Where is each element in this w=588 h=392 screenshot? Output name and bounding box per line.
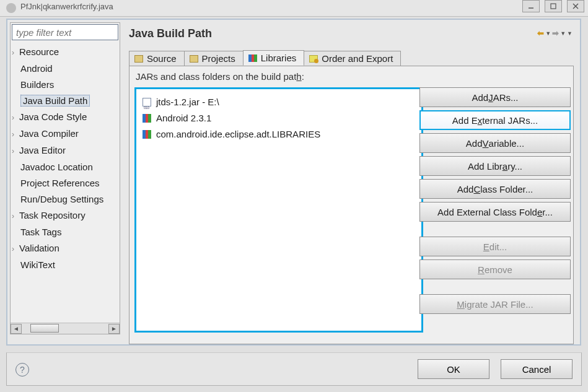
tree-item: Task Tags [12, 224, 118, 240]
tab-libraries[interactable]: Libraries [243, 50, 305, 66]
cancel-button[interactable]: Cancel [501, 359, 573, 379]
window-title: PfJnk|qkanwerkrfcrify.java [20, 2, 113, 11]
source-icon [134, 55, 143, 63]
help-icon[interactable]: ? [15, 363, 29, 377]
tab-order-export[interactable]: Order and Export [304, 51, 401, 66]
tree-item: Project References [12, 175, 118, 191]
tree-item: Run/Debug Settings [12, 191, 118, 207]
history-nav[interactable]: ⬅▼ ➡▼ ▼ [537, 28, 573, 38]
sidebar-hscrollbar[interactable]: ◄ ► [11, 323, 120, 334]
remove-button[interactable]: Remove [419, 259, 571, 279]
category-sidebar: ›Resource Android Builders Java Build Pa… [10, 22, 120, 334]
add-external-class-folder-button[interactable]: Add External Class Folder... [419, 202, 571, 222]
window-minimize-button[interactable] [522, 0, 540, 12]
list-label: JARs and class folders on the build path… [136, 71, 567, 82]
page-title: Java Build Path [125, 22, 577, 48]
tree-item-selected: Java Build Path [12, 93, 118, 109]
libraries-icon [248, 54, 257, 62]
page-content: Java Build Path ⬅▼ ➡▼ ▼ Source Projects … [125, 22, 577, 344]
action-buttons: Add JARs... Add External JARs... Add Var… [419, 87, 571, 314]
list-item: Android 2.3.1 [143, 110, 415, 126]
ok-button[interactable]: OK [418, 359, 489, 379]
forward-icon: ➡ [552, 28, 559, 38]
svg-rect-1 [551, 4, 556, 9]
filter-input[interactable] [12, 24, 118, 40]
scroll-left-icon[interactable]: ◄ [11, 324, 22, 334]
add-jars-button[interactable]: Add JARs... [419, 87, 571, 107]
tree-item: ›Task Repository [12, 207, 118, 224]
window-titlebar: PfJnk|qkanwerkrfcrify.java [0, 0, 588, 17]
window-close-button[interactable] [567, 0, 584, 12]
projects-icon [190, 55, 198, 63]
dialog-button-bar: ? OK Cancel [6, 352, 582, 386]
tree-item: Javadoc Location [12, 159, 118, 175]
scroll-right-icon[interactable]: ► [108, 324, 120, 334]
migrate-jar-button[interactable]: Migrate JAR File... [419, 294, 571, 314]
add-external-jars-button[interactable]: Add External JARs... [419, 110, 571, 130]
list-item: com.android.ide.eclipse.adt.LIBRARIES [143, 126, 415, 142]
tree-item: Builders [12, 77, 118, 93]
tree-item: ›Resource [12, 44, 118, 61]
category-tree[interactable]: ›Resource Android Builders Java Build Pa… [11, 41, 120, 273]
tree-item: Android [12, 61, 118, 77]
jar-icon [143, 98, 151, 107]
app-icon [6, 3, 16, 13]
scroll-thumb[interactable] [30, 324, 59, 333]
order-export-icon [309, 55, 318, 63]
libraries-tab-page: JARs and class folders on the build path… [129, 66, 574, 344]
properties-dialog: ›Resource Android Builders Java Build Pa… [6, 19, 581, 346]
tab-projects[interactable]: Projects [184, 51, 244, 66]
list-item: jtds-1.2.jar - E:\ [143, 94, 415, 110]
tab-bar: Source Projects Libraries Order and Expo… [129, 50, 400, 65]
tree-item: ›Java Compiler [12, 126, 118, 142]
tree-item: ›Java Code Style [12, 109, 118, 126]
edit-button[interactable]: Edit... [419, 237, 571, 256]
add-class-folder-button[interactable]: Add Class Folder... [419, 179, 571, 199]
buildpath-list[interactable]: jtds-1.2.jar - E:\ Android 2.3.1 com.and… [134, 87, 423, 333]
tree-item: WikiText [12, 257, 118, 273]
tree-item: ›Validation [12, 240, 118, 257]
window-maximize-button[interactable] [545, 0, 562, 12]
back-icon: ⬅ [537, 28, 544, 38]
library-icon [143, 130, 151, 139]
add-variable-button[interactable]: Add Variable... [419, 133, 571, 153]
add-library-button[interactable]: Add Library... [419, 156, 571, 176]
tab-source[interactable]: Source [129, 51, 185, 66]
tree-item: ›Java Editor [12, 142, 118, 159]
